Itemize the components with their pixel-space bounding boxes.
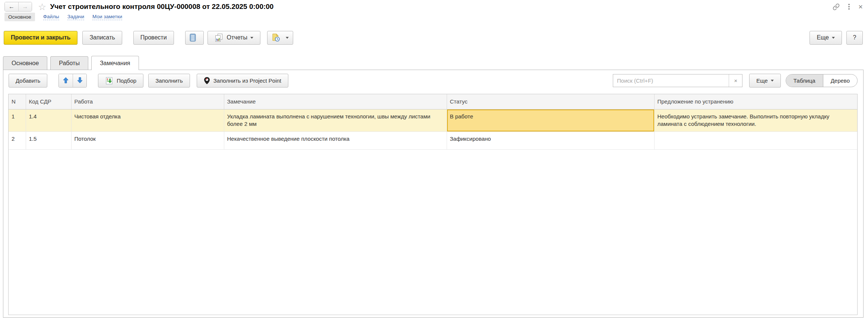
fill-project-point-label: Заполнить из Project Point <box>213 77 281 84</box>
register-records-button[interactable] <box>185 31 204 45</box>
forward-button[interactable]: → <box>18 2 32 11</box>
post-button[interactable]: Провести <box>133 31 174 45</box>
map-pin-icon <box>204 77 210 85</box>
tab-remarks[interactable]: Замечания <box>91 56 139 70</box>
table-row[interactable]: 1 1.4 Чистовая отделка Укладка ламината … <box>9 109 857 131</box>
grid-more-button[interactable]: Еще <box>749 74 781 88</box>
reports-button[interactable]: Отчеты <box>208 31 260 45</box>
pick-icon <box>105 77 113 85</box>
col-header-status[interactable]: Статус <box>447 94 654 109</box>
link-icon[interactable] <box>833 3 840 10</box>
cell-status-selected[interactable]: В работе <box>447 109 654 131</box>
form-tabs: Основное Работы Замечания <box>3 56 142 70</box>
header-row: N Код СДР Работа Замечание Статус Предло… <box>9 94 857 109</box>
col-header-n[interactable]: N <box>9 94 26 109</box>
more-button[interactable]: Еще <box>810 31 842 45</box>
post-and-close-button[interactable]: Провести и закрыть <box>4 31 77 45</box>
chevron-down-icon <box>286 37 289 39</box>
move-row-group <box>58 74 87 88</box>
help-button[interactable]: ? <box>846 31 863 45</box>
register-icon <box>190 34 196 42</box>
navlink-main[interactable]: Основное <box>4 13 35 21</box>
cell-remark[interactable]: Укладка ламината выполнена с нарушением … <box>224 109 447 131</box>
close-icon[interactable]: × <box>858 3 863 11</box>
history-nav: ← → <box>4 2 32 12</box>
arrow-down-icon <box>77 77 83 85</box>
move-up-button[interactable] <box>59 74 73 87</box>
cell-code[interactable]: 1.4 <box>26 109 71 131</box>
fill-project-point-button[interactable]: Заполнить из Project Point <box>197 74 288 88</box>
cell-n[interactable]: 2 <box>9 131 26 149</box>
add-row-button[interactable]: Добавить <box>9 74 47 88</box>
save-button[interactable]: Записать <box>82 31 122 45</box>
nav-links: Основное Файлы Задачи Мои заметки <box>0 12 868 22</box>
chevron-down-icon <box>250 37 253 39</box>
table-row[interactable]: 2 1.5 Потолок Некачественное выведение п… <box>9 131 857 149</box>
grid-more-label: Еще <box>756 77 768 84</box>
search-input[interactable] <box>613 74 729 87</box>
back-button[interactable]: ← <box>5 2 18 11</box>
navlink-files[interactable]: Файлы <box>43 14 59 20</box>
cell-remark[interactable]: Некачественное выведение плоскости потол… <box>224 131 447 149</box>
fill-button[interactable]: Заполнить <box>148 74 190 88</box>
command-bar: Провести и закрыть Записать Провести <box>4 31 863 45</box>
reports-label: Отчеты <box>227 34 247 41</box>
navlink-notes[interactable]: Мои заметки <box>92 14 122 20</box>
chevron-down-icon <box>771 80 774 82</box>
tab-main[interactable]: Основное <box>3 56 47 70</box>
search-box: × <box>613 74 742 87</box>
grid-toolbar: Добавить <box>9 74 858 88</box>
remarks-grid: N Код СДР Работа Замечание Статус Предло… <box>8 94 858 315</box>
cell-proposal[interactable] <box>654 131 857 149</box>
cell-work[interactable]: Потолок <box>71 131 224 149</box>
col-header-code[interactable]: Код СДР <box>26 94 71 109</box>
pick-button[interactable]: Подбор <box>98 74 143 88</box>
tab-works[interactable]: Работы <box>50 56 88 70</box>
favorite-star-icon[interactable]: ☆ <box>38 2 46 12</box>
reports-icon <box>215 34 224 42</box>
search-clear-icon[interactable]: × <box>729 74 742 87</box>
view-table-segment[interactable]: Таблица <box>786 74 823 87</box>
cell-status[interactable]: Зафиксировано <box>447 131 654 149</box>
document-schedule-button[interactable] <box>267 31 293 45</box>
cell-n[interactable]: 1 <box>9 109 26 131</box>
col-header-remark[interactable]: Замечание <box>224 94 447 109</box>
cell-code[interactable]: 1.5 <box>26 131 71 149</box>
col-header-proposal[interactable]: Предложение по устранению <box>654 94 857 109</box>
pick-label: Подбор <box>117 77 136 84</box>
navlink-tasks[interactable]: Задачи <box>67 14 84 20</box>
move-down-button[interactable] <box>73 74 86 87</box>
kebab-menu-icon[interactable] <box>848 3 850 10</box>
remarks-panel: Добавить <box>3 70 864 318</box>
document-clock-icon <box>272 34 280 42</box>
view-tree-segment[interactable]: Дерево <box>823 74 857 87</box>
page-title: Учет строительного контроля 00ЦУ-000008 … <box>50 3 273 11</box>
arrow-up-icon <box>63 77 69 85</box>
col-header-work[interactable]: Работа <box>71 94 224 109</box>
cell-proposal[interactable]: Необходимо устранить замечание. Выполнит… <box>654 109 857 131</box>
more-label: Еще <box>817 34 829 41</box>
chevron-down-icon <box>832 37 835 39</box>
cell-work[interactable]: Чистовая отделка <box>71 109 224 131</box>
view-mode-toggle: Таблица Дерево <box>786 74 858 87</box>
title-bar: ← → ☆ Учет строительного контроля 00ЦУ-0… <box>0 0 868 12</box>
